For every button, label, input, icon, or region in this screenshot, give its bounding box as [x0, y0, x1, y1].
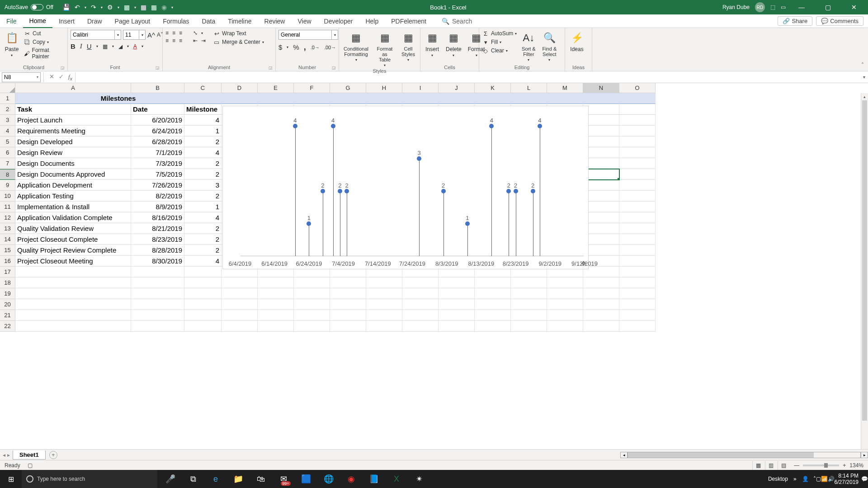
tab-view[interactable]: View [291, 14, 317, 28]
increase-decimal-icon[interactable]: .0→ [311, 45, 320, 50]
paste-button[interactable]: 📋 Paste ▾ [3, 30, 21, 58]
cell[interactable]: 8/30/2019 [131, 256, 184, 267]
format-as-table-button[interactable]: ▦Format asTable▾ [373, 30, 396, 68]
increase-indent-icon[interactable]: ⇥ [201, 38, 206, 44]
cell[interactable] [583, 212, 619, 223]
cell[interactable] [402, 299, 439, 310]
next-sheet-icon[interactable]: ▸ [7, 452, 10, 458]
row-header[interactable]: 5 [0, 136, 15, 147]
cell[interactable] [547, 288, 583, 299]
row-header[interactable]: 19 [0, 288, 15, 299]
cell[interactable] [131, 299, 184, 310]
ideas-button[interactable]: ⚡Ideas [568, 30, 586, 53]
cell[interactable] [475, 277, 511, 288]
cell[interactable] [131, 321, 184, 332]
cell[interactable]: Project Closeout Complete [15, 234, 131, 245]
chart-point[interactable] [293, 124, 297, 128]
tab-review[interactable]: Review [258, 14, 292, 28]
cell[interactable] [583, 136, 619, 147]
horizontal-scrollbar[interactable]: ◂ ▸ [615, 452, 868, 458]
cell[interactable] [222, 277, 258, 288]
cell[interactable] [330, 321, 366, 332]
fill-color-button[interactable]: ◢ [118, 43, 123, 50]
volume-icon[interactable]: 🔊 [828, 476, 835, 482]
cell[interactable] [619, 115, 656, 126]
cell[interactable] [547, 321, 583, 332]
cell[interactable]: 7/1/2019 [131, 147, 184, 158]
cell[interactable] [619, 180, 656, 191]
cell[interactable] [402, 288, 439, 299]
cell[interactable] [583, 277, 619, 288]
chart-point[interactable] [344, 189, 349, 193]
cell[interactable] [366, 277, 402, 288]
excel-taskbar-icon[interactable]: X [386, 470, 407, 488]
cell[interactable]: 6/24/2019 [131, 126, 184, 136]
tab-file[interactable]: File [0, 14, 23, 28]
cell[interactable] [511, 310, 547, 321]
taskbar-clock[interactable]: 8:14 PM 6/27/2019 [835, 473, 861, 486]
cell[interactable] [439, 321, 475, 332]
row-header[interactable]: 21 [0, 310, 15, 321]
qat-icon[interactable]: ▦ [141, 4, 146, 11]
cell[interactable]: Milestone [184, 104, 222, 115]
align-center-icon[interactable]: ≡ [172, 38, 175, 44]
tell-me-search[interactable]: 🔍 Search [442, 18, 472, 25]
cell[interactable] [511, 288, 547, 299]
border-button[interactable]: ▦ [103, 43, 108, 50]
cell[interactable] [475, 299, 511, 310]
cell[interactable]: 4 [184, 115, 222, 126]
row-header[interactable]: 13 [0, 223, 15, 234]
cell[interactable] [294, 93, 330, 104]
start-button[interactable]: ⊞ [0, 470, 22, 488]
zoom-out-button[interactable]: — [794, 462, 799, 469]
tab-developer[interactable]: Developer [318, 14, 359, 28]
tab-help[interactable]: Help [359, 14, 385, 28]
decrease-indent-icon[interactable]: ⇤ [193, 38, 198, 44]
tab-insert[interactable]: Insert [52, 14, 81, 28]
cell[interactable]: 8/9/2019 [131, 202, 184, 212]
cell[interactable] [547, 310, 583, 321]
merge-center-button[interactable]: ▭Merge & Center▾ [213, 38, 264, 46]
comments-button[interactable]: 💬Comments [816, 16, 863, 26]
decrease-decimal-icon[interactable]: .00→ [324, 45, 336, 50]
cell[interactable] [439, 277, 475, 288]
number-format-input[interactable] [278, 30, 332, 40]
orientation-icon[interactable]: ⤡ [193, 30, 198, 36]
chart-point[interactable] [417, 156, 421, 161]
cell[interactable]: Task [15, 104, 131, 115]
cell[interactable] [294, 277, 330, 288]
cell[interactable] [619, 202, 656, 212]
cell[interactable] [222, 321, 258, 332]
row-header[interactable]: 2 [0, 104, 15, 115]
row-header[interactable]: 6 [0, 147, 15, 158]
cell[interactable]: 4 [184, 256, 222, 267]
cell[interactable] [583, 93, 619, 104]
macro-record-icon[interactable]: ▢ [25, 462, 33, 469]
cell[interactable] [222, 299, 258, 310]
chart-point[interactable] [514, 189, 518, 193]
close-button[interactable]: ✕ [844, 0, 864, 14]
cell[interactable]: Quality Validation Review [15, 223, 131, 234]
cell[interactable]: 7/26/2019 [131, 180, 184, 191]
ribbon-display-icon[interactable]: ⬚ [770, 4, 775, 10]
cell[interactable] [131, 310, 184, 321]
ribbon-mode-icon[interactable]: ▭ [781, 4, 786, 10]
formula-input[interactable] [75, 72, 860, 82]
find-select-button[interactable]: 🔍Find &Select▾ [540, 30, 558, 63]
cell[interactable] [258, 310, 294, 321]
font-size-input[interactable] [123, 30, 139, 40]
cell[interactable] [402, 321, 439, 332]
cell[interactable] [547, 93, 583, 104]
column-header[interactable]: H [366, 83, 402, 93]
cell[interactable] [330, 277, 366, 288]
cell[interactable] [294, 321, 330, 332]
cell[interactable]: 6/28/2019 [131, 136, 184, 147]
notifications-icon[interactable]: 💬 [861, 476, 868, 482]
cell[interactable] [15, 310, 131, 321]
cell[interactable] [583, 299, 619, 310]
cell[interactable] [15, 277, 131, 288]
cell[interactable]: 2 [184, 158, 222, 169]
cell[interactable] [619, 321, 656, 332]
cell[interactable] [439, 310, 475, 321]
store-icon[interactable]: 🛍 [250, 470, 271, 488]
